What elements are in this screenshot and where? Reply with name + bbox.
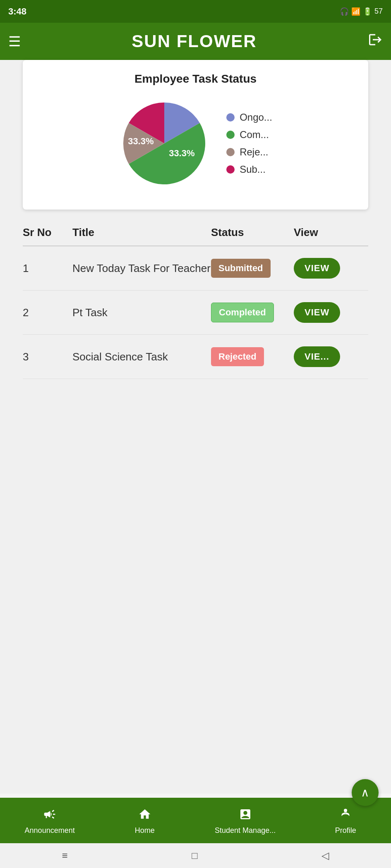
nav-label-profile: Profile: [335, 826, 356, 835]
legend-item-completed: Com...: [226, 129, 272, 141]
battery-level: 57: [374, 7, 383, 16]
row-sr-no-2: 2: [23, 306, 72, 319]
view-button-2[interactable]: VIEW: [294, 302, 340, 323]
logout-icon[interactable]: [368, 32, 383, 51]
status-badge-rejected: Rejected: [211, 347, 264, 366]
scroll-up-button[interactable]: ∧: [352, 779, 379, 806]
row-view-1[interactable]: VIEW: [294, 258, 368, 279]
legend-item-submitted: Sub...: [226, 164, 272, 175]
nav-label-student-manage: Student Manage...: [215, 826, 276, 835]
android-menu-button[interactable]: ≡: [62, 850, 68, 861]
legend-label-submitted: Sub...: [240, 164, 266, 175]
legend-dot-ongoing: [226, 113, 235, 122]
view-button-3[interactable]: VIE...: [294, 346, 340, 367]
hamburger-menu-icon[interactable]: ☰: [8, 33, 21, 50]
bottom-navigation: Announcement Home Student Manage... Prof…: [0, 798, 391, 843]
legend-dot-rejected: [226, 148, 235, 156]
header-title: Title: [72, 226, 211, 239]
view-button-1[interactable]: VIEW: [294, 258, 340, 279]
notification-icon: 🎧: [340, 7, 349, 16]
legend-dot-submitted: [226, 165, 235, 174]
status-time: 3:48: [8, 6, 26, 17]
nav-item-profile[interactable]: Profile: [325, 808, 366, 835]
table-row: 2 Pt Task Completed VIEW: [23, 291, 368, 335]
status-badge-completed: Completed: [211, 303, 274, 322]
chart-card: Employee Task Status 33.3% 33.3%: [23, 60, 368, 210]
nav-item-student-manage[interactable]: Student Manage...: [215, 808, 276, 835]
signal-icon: 📶: [351, 7, 360, 16]
table-row: 3 Social Science Task Rejected VIE...: [23, 335, 368, 379]
nav-label-home: Home: [135, 826, 155, 835]
legend-label-rejected: Reje...: [240, 146, 268, 158]
chart-title: Employee Task Status: [31, 72, 360, 86]
task-table-section: Sr No Title Status View 1 New Today Task…: [0, 210, 391, 379]
row-view-3[interactable]: VIE...: [294, 346, 368, 367]
android-home-button[interactable]: □: [192, 850, 198, 861]
android-navigation-bar: ≡ □ ◁: [0, 843, 391, 868]
home-icon: [138, 808, 151, 824]
status-bar: 3:48 🎧 📶 🔋 57: [0, 0, 391, 23]
profile-icon: [339, 808, 352, 824]
row-title-3: Social Science Task: [72, 349, 211, 365]
android-back-button[interactable]: ◁: [321, 850, 329, 861]
nav-item-announcement[interactable]: Announcement: [25, 808, 75, 835]
top-navigation: ☰ SUN FLOWER: [0, 23, 391, 60]
row-status-1: Submitted: [211, 259, 294, 278]
legend-item-ongoing: Ongo...: [226, 112, 272, 123]
header-status: Status: [211, 226, 294, 239]
status-icons: 🎧 📶 🔋 57: [340, 7, 383, 16]
table-row: 1 New Today Task For Teacher Submitted V…: [23, 246, 368, 291]
pie-label-completed: 33.3%: [169, 148, 194, 159]
nav-item-home[interactable]: Home: [124, 808, 166, 835]
header-sr-no: Sr No: [23, 226, 72, 239]
student-manage-icon: [239, 808, 252, 824]
header-view: View: [294, 226, 368, 239]
legend-label-ongoing: Ongo...: [240, 112, 272, 123]
pie-label-submitted: 33.3%: [128, 136, 154, 147]
svg-point-0: [344, 809, 347, 812]
row-sr-no-3: 3: [23, 351, 72, 363]
row-status-3: Rejected: [211, 347, 294, 366]
nav-label-announcement: Announcement: [25, 826, 75, 835]
pie-chart: 33.3% 33.3%: [119, 98, 210, 189]
row-title-1: New Today Task For Teacher: [72, 260, 211, 277]
row-status-2: Completed: [211, 303, 294, 322]
status-badge-submitted: Submitted: [211, 259, 271, 278]
row-view-2[interactable]: VIEW: [294, 302, 368, 323]
chart-container: 33.3% 33.3% Ongo... Com... Reje...: [31, 98, 360, 189]
announcement-icon: [43, 808, 56, 824]
row-title-2: Pt Task: [72, 305, 211, 321]
legend-label-completed: Com...: [240, 129, 269, 141]
legend-dot-completed: [226, 131, 235, 139]
legend-item-rejected: Reje...: [226, 146, 272, 158]
table-header: Sr No Title Status View: [23, 222, 368, 246]
chart-legend: Ongo... Com... Reje... Sub...: [226, 112, 272, 175]
main-content: Employee Task Status 33.3% 33.3%: [0, 60, 391, 794]
app-title: SUN FLOWER: [132, 31, 257, 51]
row-sr-no-1: 1: [23, 262, 72, 275]
battery-icon: 🔋: [363, 7, 372, 16]
chevron-up-icon: ∧: [361, 786, 369, 799]
